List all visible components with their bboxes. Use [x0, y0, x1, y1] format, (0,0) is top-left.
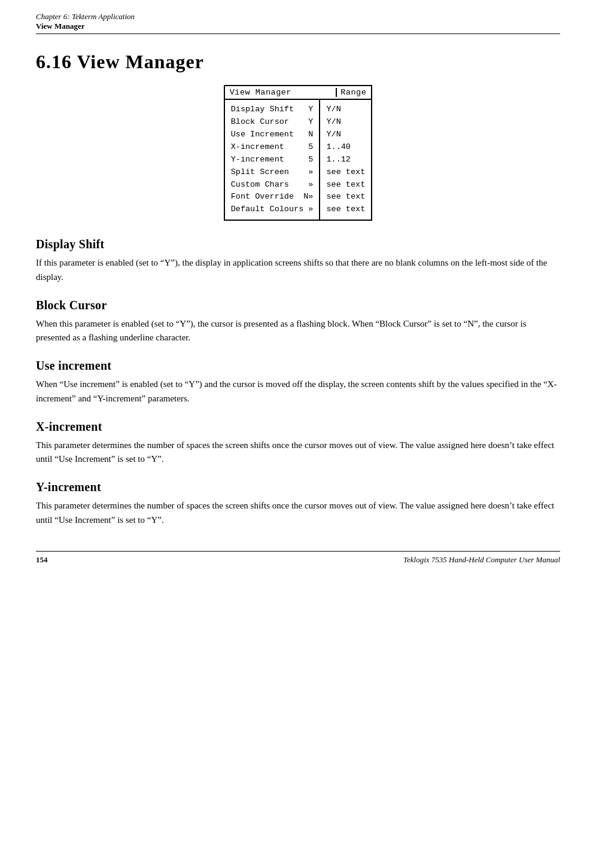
heading-use-increment: Use increment — [36, 359, 560, 373]
body-y-increment: This parameter determines the number of … — [36, 499, 560, 527]
heading-display-shift: Display Shift — [36, 237, 560, 251]
heading-x-increment: X-increment — [36, 420, 560, 434]
table-header-left: View Manager — [230, 88, 333, 97]
table-left-content: Display Shift Y Block Cursor Y Use Incre… — [231, 103, 314, 216]
page-footer: 154 Teklogix 7535 Hand-Held Computer Use… — [36, 551, 560, 565]
section-block-cursor: Block Cursor When this parameter is enab… — [36, 299, 560, 345]
body-block-cursor: When this parameter is enabled (set to “… — [36, 317, 560, 345]
table-right-col: Y/N Y/N Y/N 1..40 1..12 see text see tex… — [320, 100, 371, 220]
section-display-shift: Display Shift If this parameter is enabl… — [36, 237, 560, 284]
header-chapter: Chapter 6: Tekterm Application — [36, 12, 560, 22]
view-manager-table-container: View Manager Range Display Shift Y Block… — [36, 85, 560, 221]
body-x-increment: This parameter determines the number of … — [36, 438, 560, 467]
heading-y-increment: Y-increment — [36, 480, 560, 494]
section-y-increment: Y-increment This parameter determines th… — [36, 480, 560, 527]
table-body: Display Shift Y Block Cursor Y Use Incre… — [225, 100, 372, 220]
footer-page-number: 154 — [36, 555, 48, 565]
page-title: 6.16 View Manager — [36, 51, 560, 73]
body-display-shift: If this parameter is enabled (set to “Y”… — [36, 256, 560, 284]
page-header: Chapter 6: Tekterm Application View Mana… — [36, 12, 560, 34]
table-header-right: Range — [340, 88, 366, 97]
page-container: Chapter 6: Tekterm Application View Mana… — [0, 0, 596, 589]
section-use-increment: Use increment When “Use increment” is en… — [36, 359, 560, 406]
view-manager-table: View Manager Range Display Shift Y Block… — [224, 85, 373, 221]
sections-container: Display Shift If this parameter is enabl… — [36, 237, 560, 527]
section-x-increment: X-increment This parameter determines th… — [36, 420, 560, 467]
body-use-increment: When “Use increment” is enabled (set to … — [36, 377, 560, 406]
heading-block-cursor: Block Cursor — [36, 299, 560, 312]
table-left-col: Display Shift Y Block Cursor Y Use Incre… — [225, 100, 321, 220]
header-section-title: View Manager — [36, 22, 560, 31]
table-header-row: View Manager Range — [225, 86, 372, 100]
table-header-divider — [336, 88, 337, 97]
table-right-content: Y/N Y/N Y/N 1..40 1..12 see text see tex… — [326, 103, 365, 216]
footer-book-title: Teklogix 7535 Hand-Held Computer User Ma… — [403, 555, 560, 565]
